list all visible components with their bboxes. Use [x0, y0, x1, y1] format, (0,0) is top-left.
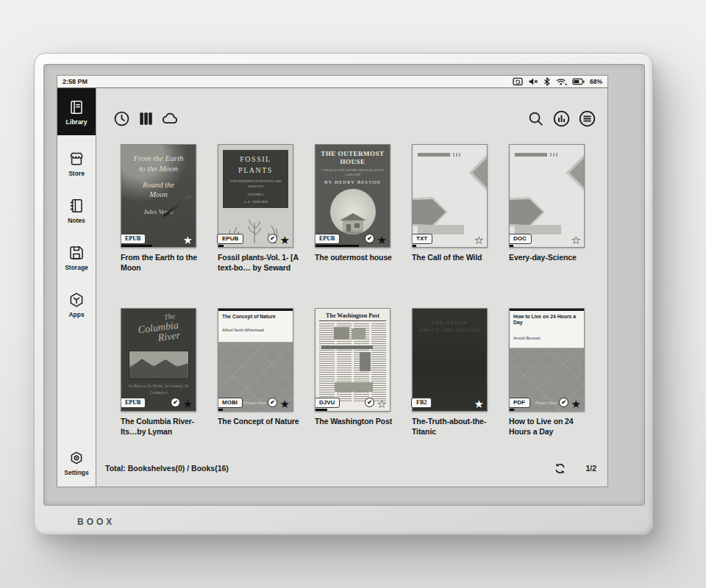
book-cover[interactable]: The Concept of Nature Alfred North White…	[218, 308, 293, 412]
placeholder-arrow-art	[412, 197, 448, 227]
book-title: From the Earth to the Moon	[121, 253, 203, 273]
refresh-icon	[554, 462, 566, 475]
cover-title-line: ABOUT THE TITANIC	[413, 327, 487, 333]
cover-footer-text: Project Gutenberg	[244, 401, 266, 405]
favorite-star-icon[interactable]: ★	[571, 398, 581, 411]
book-cover[interactable]: THE OUTERMOST HOUSE A YEAR OF LIFE ON TH…	[315, 144, 391, 248]
book-cover[interactable]: TXT ☆	[412, 144, 488, 248]
sidebar-item-store[interactable]: Store	[57, 144, 96, 183]
bookshelf-button[interactable]	[136, 109, 155, 128]
book-cover[interactable]: From the Earth to the Moon Round the Moo…	[121, 144, 196, 248]
cover-header: FOSSIL PLANTS FOR STUDENTS OF BOTANY AND…	[223, 150, 288, 208]
library-total-count: Total: Bookshelves(0) / Books(16)	[105, 464, 229, 473]
book-title: How to Live on 24 Hours a Day	[509, 417, 591, 437]
sidebar-item-label: Storage	[65, 264, 88, 271]
book-title: The-Truth-about-the-Titanic	[412, 417, 494, 437]
notes-icon	[68, 198, 85, 214]
cover-header: The Concept of Nature Alfred North White…	[218, 309, 293, 343]
cover-author: A. C. SEWARD	[225, 200, 286, 204]
book-item[interactable]: THE TRUTH ABOUT THE TITANIC FB2 ★ The-Tr…	[412, 308, 488, 437]
format-badge: PDF	[509, 398, 530, 408]
book-cover[interactable]: The Columbia River Its History, Its Myth…	[121, 308, 196, 412]
recent-files-button[interactable]	[112, 109, 131, 128]
sidebar-item-label: Apps	[68, 311, 84, 318]
read-check-icon: ✔	[268, 234, 277, 243]
reading-progress-bar	[218, 409, 223, 411]
favorite-star-icon[interactable]: ☆	[571, 234, 581, 247]
favorite-star-icon[interactable]: ★	[183, 398, 193, 411]
favorite-star-icon[interactable]: ★	[377, 234, 387, 247]
book-cover[interactable]: FOSSIL PLANTS FOR STUDENTS OF BOTANY AND…	[218, 144, 293, 248]
cloud-button[interactable]	[160, 109, 179, 128]
reading-progress-bar	[218, 245, 224, 247]
book-item[interactable]: The Columbia River Its History, Its Myth…	[121, 308, 196, 437]
reading-progress-bar	[510, 409, 514, 411]
format-badge: MOBI	[218, 398, 243, 408]
cover-subtitle: Its History, Its Myths, Its Scenery, Its…	[125, 383, 193, 396]
read-check-icon: ✔	[365, 234, 374, 243]
cover-author: BY HENRY BESTON	[315, 179, 390, 184]
sidebar-item-library[interactable]: Library	[57, 88, 96, 135]
refresh-mode-icon	[513, 77, 523, 86]
book-item[interactable]: From the Earth to the Moon Round the Moo…	[121, 144, 196, 308]
book-item[interactable]: TXT ☆ The Call of the Wild	[412, 144, 488, 308]
book-item[interactable]: The Washington Post DJVU ✔	[315, 308, 391, 437]
bluetooth-icon	[543, 77, 551, 86]
search-button[interactable]	[526, 109, 545, 128]
book-title: The Washington Post	[315, 417, 397, 427]
cover-subtitle: A YEAR OF LIFE ON THE GREAT BEACH OF CAP…	[321, 168, 385, 178]
placeholder-ticks-art	[550, 153, 558, 157]
menu-button[interactable]	[577, 109, 596, 128]
search-icon	[527, 110, 545, 128]
book-cover[interactable]: DOC ☆	[509, 144, 585, 248]
newspaper-masthead: The Washington Post	[319, 312, 386, 321]
settings-icon	[68, 450, 85, 466]
clock-time: 2:58 PM	[63, 78, 88, 85]
book-cover[interactable]: The Washington Post DJVU ✔	[315, 308, 391, 412]
cover-title: How to Live on 24 Hours a Day	[513, 314, 580, 326]
read-check-icon: ✔	[268, 398, 277, 407]
book-title: The Concept of Nature	[218, 417, 300, 427]
favorite-star-icon[interactable]: ★	[474, 398, 484, 411]
format-badge: EPUB	[121, 398, 146, 408]
status-bar: 2:58 PM 68%	[57, 76, 607, 88]
favorite-star-icon[interactable]: ★	[280, 398, 290, 411]
battery-icon	[572, 77, 585, 86]
book-item[interactable]: FOSSIL PLANTS FOR STUDENTS OF BOTANY AND…	[218, 144, 293, 308]
cover-title: THE OUTERMOST HOUSE	[319, 150, 387, 167]
placeholder-diamond-art	[566, 155, 585, 190]
reading-progress-bar	[413, 245, 416, 247]
cover-subtitle: Round the Moon	[138, 180, 179, 200]
favorite-star-icon[interactable]: ☆	[377, 398, 387, 411]
book-item[interactable]: DOC ☆ Every-day-Science	[509, 144, 585, 308]
placeholder-bar-art	[515, 153, 547, 157]
refresh-button[interactable]	[554, 462, 566, 475]
book-item[interactable]: How to Live on 24 Hours a Day Arnold Ben…	[509, 308, 585, 437]
sidebar-item-notes[interactable]: Notes	[57, 191, 96, 230]
book-cover[interactable]: THE TRUTH ABOUT THE TITANIC FB2 ★	[412, 308, 488, 412]
sidebar-item-storage[interactable]: Storage	[57, 238, 96, 277]
book-title: Fossil plants-Vol. 1- [A text-bo… by Sew…	[218, 253, 300, 273]
page-indicator[interactable]: 1/2	[585, 464, 596, 473]
library-app-panel: 2:58 PM 68% Library	[57, 75, 608, 487]
sidebar-item-settings[interactable]: Settings	[57, 443, 96, 482]
placeholder-bar-art	[418, 153, 450, 157]
statistics-button[interactable]	[552, 109, 571, 128]
eink-screen: 2:58 PM 68% Library	[43, 64, 645, 506]
favorite-star-icon[interactable]: ★	[183, 234, 193, 247]
library-content: From the Earth to the Moon Round the Moo…	[96, 88, 607, 487]
book-title: Every-day-Science	[509, 253, 591, 263]
favorite-star-icon[interactable]: ★	[280, 234, 290, 247]
library-icon	[68, 99, 85, 115]
wifi-icon	[556, 77, 567, 86]
format-badge: EPUB	[315, 234, 340, 244]
cover-title: THE TRUTH	[413, 320, 487, 326]
status-icons: 68%	[513, 77, 602, 86]
book-item[interactable]: THE OUTERMOST HOUSE A YEAR OF LIFE ON TH…	[315, 144, 391, 308]
sidebar-item-apps[interactable]: Apps	[57, 285, 96, 324]
landscape-photo-art	[129, 351, 189, 379]
book-cover[interactable]: How to Live on 24 Hours a Day Arnold Ben…	[509, 308, 585, 412]
cover-title: From the Earth to the Moon	[132, 153, 186, 174]
favorite-star-icon[interactable]: ☆	[474, 234, 484, 247]
book-item[interactable]: The Concept of Nature Alfred North White…	[218, 308, 293, 437]
